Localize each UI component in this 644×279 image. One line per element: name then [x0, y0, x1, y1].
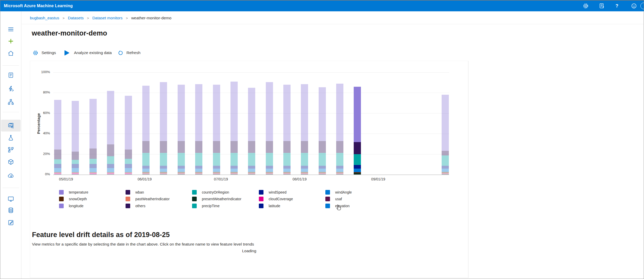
- designer-icon[interactable]: [0, 96, 21, 108]
- data-labeling-icon[interactable]: [0, 217, 21, 229]
- bar-segment-countryOrRegion: [213, 153, 220, 166]
- x-tick-label: 07/01/19: [214, 177, 228, 181]
- chart-bar[interactable]: [248, 72, 255, 175]
- legend-item-temperature[interactable]: temperature: [59, 190, 88, 195]
- chart-bar[interactable]: [319, 72, 326, 175]
- bar-segment-windSpeed: [72, 164, 79, 168]
- legend-item-windSpeed[interactable]: windSpeed: [259, 190, 286, 195]
- breadcrumb-separator: >: [63, 16, 65, 20]
- legend-swatch-icon: [126, 190, 130, 195]
- experiments-icon[interactable]: [0, 132, 21, 144]
- chart-bar[interactable]: [213, 72, 220, 175]
- chart-bar[interactable]: [178, 72, 185, 175]
- breadcrumb-item-Dataset monitors[interactable]: Dataset monitors: [92, 16, 122, 20]
- bar-segment-cloudCoverage: [142, 173, 150, 174]
- breadcrumb-item-bugbash_eastus[interactable]: bugbash_eastus: [30, 16, 59, 20]
- bar-segment-snowDepth: [142, 172, 150, 173]
- chart-bar[interactable]: [72, 72, 79, 175]
- legend-swatch-icon: [325, 190, 330, 195]
- bar-segment-windSpeed: [195, 166, 202, 169]
- bar-segment-windAngle: [72, 168, 79, 172]
- bar-segment-windAngle: [54, 168, 61, 172]
- models-icon[interactable]: [0, 156, 21, 168]
- bar-segment-others: [89, 174, 97, 175]
- legend-item-countryOrRegion[interactable]: countryOrRegion: [192, 190, 229, 195]
- datasets-icon[interactable]: [0, 120, 21, 132]
- bar-segment-cloudCoverage: [160, 173, 167, 174]
- legend-item-windAngle[interactable]: windAngle: [325, 190, 352, 195]
- bar-segment-others: [142, 174, 150, 174]
- settings-icon[interactable]: [583, 3, 589, 9]
- y-tick-label: 0%: [29, 172, 50, 176]
- bar-segment-windSpeed: [283, 166, 291, 169]
- breadcrumb-item-Datasets[interactable]: Datasets: [68, 16, 84, 20]
- bar-segment-countryOrRegion: [195, 153, 202, 166]
- chart-bar[interactable]: [125, 72, 132, 175]
- legend-label: others: [135, 204, 145, 208]
- activity-log-icon[interactable]: [599, 3, 605, 9]
- chart-bar[interactable]: [301, 72, 308, 175]
- top-bar: Microsoft Azure Machine Learning ?: [0, 1, 644, 11]
- automated-ml-icon[interactable]: [0, 83, 21, 95]
- legend-item-wban[interactable]: wban: [126, 190, 144, 195]
- bar-segment-cloudCoverage: [230, 173, 238, 174]
- legend-item-cloudCoverage[interactable]: cloudCoverage: [259, 197, 293, 201]
- mouse-cursor: [336, 204, 342, 211]
- legend-item-latitude[interactable]: latitude: [259, 204, 280, 208]
- new-plus-icon[interactable]: [0, 35, 21, 47]
- legend-item-presentWeatherIndicator[interactable]: presentWeatherIndicator: [192, 197, 241, 201]
- bar-segment-cloudCoverage: [195, 173, 202, 174]
- legend-item-pastWeatherIndicator[interactable]: pastWeatherIndicator: [126, 197, 170, 201]
- chart-bar[interactable]: [283, 72, 291, 175]
- feedback-smiley-icon[interactable]: [631, 3, 637, 9]
- bar-segment-pastWeatherIndicator: [107, 172, 114, 173]
- refresh-button[interactable]: Refresh: [118, 50, 141, 56]
- bar-segment-windAngle: [213, 169, 220, 172]
- page-title: weather-monitor-demo: [32, 29, 107, 37]
- chart-bar[interactable]: [89, 72, 97, 175]
- chart-bar[interactable]: [266, 72, 273, 175]
- endpoints-icon[interactable]: [0, 170, 21, 181]
- legend-item-others[interactable]: others: [126, 204, 145, 208]
- menu-hamburger-icon[interactable]: [0, 23, 21, 35]
- bar-segment-snowDepth: [107, 172, 114, 172]
- chart-bar[interactable]: [195, 72, 202, 175]
- legend-swatch-icon: [325, 197, 330, 201]
- datastores-icon[interactable]: [0, 204, 21, 216]
- help-icon[interactable]: ?: [614, 3, 620, 9]
- bar-segment-windSpeed: [178, 166, 185, 169]
- bar-segment-cloudCoverage: [125, 173, 132, 174]
- chart-bar[interactable]: [160, 72, 167, 175]
- bar-segment-snowDepth: [160, 172, 167, 173]
- legend-item-usaf[interactable]: usaf: [325, 197, 342, 201]
- legend-item-precipTime[interactable]: precipTime: [192, 204, 220, 208]
- chart-bar[interactable]: [54, 72, 61, 175]
- breadcrumb: bugbash_eastus>Datasets>Dataset monitors…: [30, 12, 171, 24]
- bar-segment-temperature: [160, 82, 167, 141]
- legend-item-snowDepth[interactable]: snowDepth: [59, 197, 87, 201]
- chart-bar[interactable]: [336, 72, 343, 175]
- analyze-existing-data-button[interactable]: Analyze existing data: [63, 50, 112, 56]
- chart-bar[interactable]: [107, 72, 114, 175]
- bar-segment-pastWeatherIndicator: [54, 172, 61, 173]
- x-tick-label: 09/01/19: [371, 177, 385, 181]
- settings-button[interactable]: Settings: [32, 50, 56, 56]
- notebooks-icon[interactable]: [0, 69, 21, 81]
- home-icon[interactable]: [0, 47, 21, 59]
- breadcrumb-separator: >: [126, 16, 128, 20]
- chart-bar-selected[interactable]: [354, 72, 361, 175]
- bar-segment-others: [125, 174, 132, 175]
- bar-segment-wban: [125, 150, 132, 159]
- bar-segment-windAngle: [442, 169, 449, 172]
- chart-bar[interactable]: [230, 72, 238, 175]
- pipelines-icon[interactable]: [0, 144, 21, 156]
- compute-icon[interactable]: [0, 193, 21, 205]
- legend-item-longitude[interactable]: longitude: [59, 204, 84, 208]
- bar-segment-others: [213, 174, 220, 174]
- account-avatar[interactable]: [640, 3, 644, 9]
- analyze-label: Analyze existing data: [74, 50, 112, 55]
- bar-segment-countryOrRegion: [72, 160, 79, 164]
- chart-bar[interactable]: [142, 72, 150, 175]
- chart-bar[interactable]: [442, 72, 449, 175]
- bar-segment-windAngle: [319, 169, 326, 172]
